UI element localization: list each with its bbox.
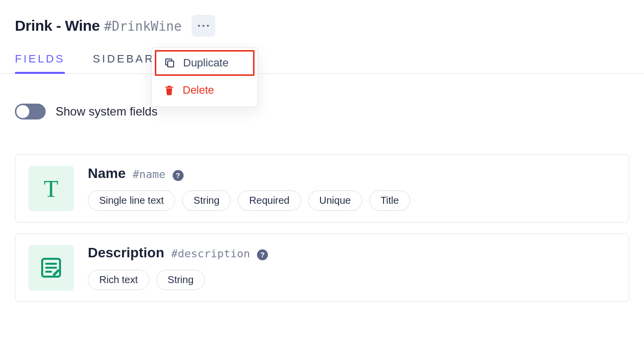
field-id: #description [171, 247, 250, 260]
field-pill: Required [238, 190, 301, 211]
text-icon: T [28, 166, 74, 211]
svg-rect-0 [168, 61, 174, 67]
tab-sidebar[interactable]: SIDEBAR [93, 47, 155, 73]
duplicate-icon [163, 57, 176, 69]
more-actions-menu: Duplicate Delete [151, 47, 258, 107]
menu-item-label: Delete [183, 84, 214, 97]
model-id: #DrinkWine [104, 19, 182, 34]
toggle-knob [16, 105, 29, 118]
field-list: T Name #name ? Single line text String R… [15, 154, 629, 302]
model-title: Drink - Wine [15, 17, 100, 34]
field-card[interactable]: T Name #name ? Single line text String R… [15, 154, 629, 223]
field-pill-row: Single line text String Required Unique … [88, 190, 616, 211]
field-pill: Single line text [88, 190, 175, 211]
field-pill-row: Rich text String [88, 270, 616, 290]
tabs: FIELDS SIDEBAR SETTINGS [0, 47, 644, 74]
help-icon[interactable]: ? [173, 170, 184, 181]
field-pill: String [156, 270, 205, 290]
richtext-icon [28, 245, 74, 291]
menu-item-delete[interactable]: Delete [152, 78, 258, 103]
field-title: Name [88, 166, 126, 181]
more-actions-button[interactable] [192, 15, 215, 37]
field-pill: String [182, 190, 231, 211]
field-card[interactable]: Description #description ? Rich text Str… [15, 234, 629, 302]
field-pill: Title [369, 190, 410, 211]
menu-item-label: Duplicate [183, 57, 229, 69]
toggle-label: Show system fields [56, 105, 157, 118]
field-id: #name [132, 168, 165, 180]
show-system-fields-toggle[interactable] [15, 104, 46, 119]
tab-fields[interactable]: FIELDS [15, 47, 65, 73]
more-icon [198, 25, 209, 27]
trash-icon [163, 84, 176, 97]
field-title: Description [88, 245, 164, 261]
menu-item-duplicate[interactable]: Duplicate [155, 50, 255, 76]
field-pill: Rich text [88, 270, 149, 290]
help-icon[interactable]: ? [257, 249, 268, 260]
field-pill: Unique [308, 190, 362, 211]
